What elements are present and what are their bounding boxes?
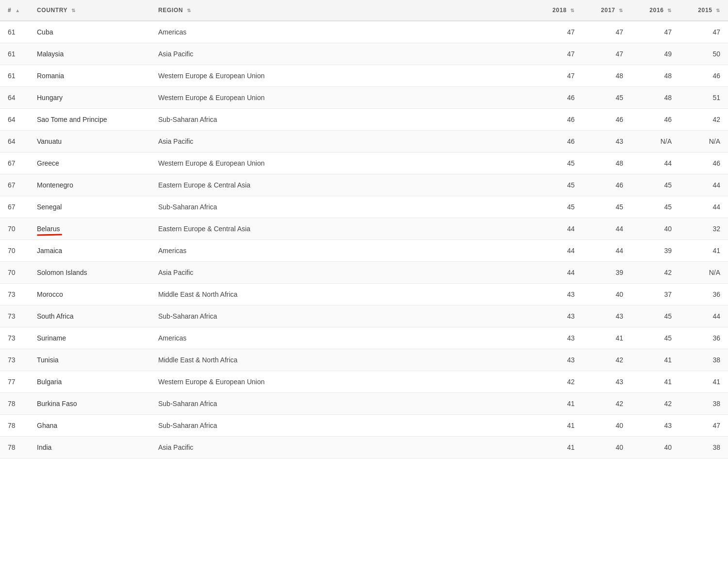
cell-y2015: 41 xyxy=(679,240,728,262)
col-header-2015[interactable]: 2015 ⇅ xyxy=(679,0,728,21)
cell-y2015: 50 xyxy=(679,43,728,65)
cell-y2016: 42 xyxy=(631,262,679,284)
cell-country: Romania xyxy=(29,65,150,87)
cell-y2015: 42 xyxy=(679,109,728,131)
col-header-region[interactable]: REGION ⇅ xyxy=(150,0,534,21)
cell-y2016: 45 xyxy=(631,306,679,327)
cell-y2018: 41 xyxy=(534,415,582,437)
sort-icon-2015: ⇅ xyxy=(716,8,720,13)
cell-y2016: 41 xyxy=(631,349,679,371)
cell-rank: 67 xyxy=(0,196,29,218)
cell-y2018: 46 xyxy=(534,109,582,131)
cell-region: Western Europe & European Union xyxy=(150,65,534,87)
cell-y2015: 32 xyxy=(679,218,728,240)
cell-country: Malaysia xyxy=(29,43,150,65)
cell-y2018: 44 xyxy=(534,262,582,284)
cell-y2017: 45 xyxy=(582,87,631,109)
cell-y2017: 45 xyxy=(582,196,631,218)
table-row: 78GhanaSub-Saharan Africa41404347 xyxy=(0,415,728,437)
cell-region: Asia Pacific xyxy=(150,43,534,65)
table-row: 61MalaysiaAsia Pacific47474950 xyxy=(0,43,728,65)
country-rankings-table: # ▲ COUNTRY ⇅ REGION ⇅ 2018 ⇅ 2017 ⇅ 201… xyxy=(0,0,728,459)
cell-rank: 61 xyxy=(0,65,29,87)
table-row: 61CubaAmericas47474747 xyxy=(0,21,728,43)
cell-rank: 73 xyxy=(0,327,29,349)
cell-country: Burkina Faso xyxy=(29,393,150,415)
cell-y2015: 44 xyxy=(679,306,728,327)
cell-rank: 61 xyxy=(0,43,29,65)
cell-rank: 64 xyxy=(0,131,29,153)
cell-y2018: 45 xyxy=(534,153,582,174)
cell-y2015: 47 xyxy=(679,21,728,43)
cell-y2018: 47 xyxy=(534,65,582,87)
cell-region: Western Europe & European Union xyxy=(150,87,534,109)
cell-country: Sao Tome and Principe xyxy=(29,109,150,131)
sort-icon-country: ⇅ xyxy=(71,8,76,13)
cell-y2015: 47 xyxy=(679,415,728,437)
cell-y2015: 38 xyxy=(679,393,728,415)
cell-y2015: 44 xyxy=(679,174,728,196)
cell-country: Solomon Islands xyxy=(29,262,150,284)
cell-y2016: 39 xyxy=(631,240,679,262)
cell-rank: 70 xyxy=(0,240,29,262)
cell-y2016: 47 xyxy=(631,21,679,43)
cell-y2015: 38 xyxy=(679,437,728,459)
table-row: 70JamaicaAmericas44443941 xyxy=(0,240,728,262)
cell-y2018: 41 xyxy=(534,393,582,415)
cell-country: Montenegro xyxy=(29,174,150,196)
cell-y2017: 39 xyxy=(582,262,631,284)
cell-region: Sub-Saharan Africa xyxy=(150,393,534,415)
cell-y2017: 44 xyxy=(582,240,631,262)
cell-rank: 78 xyxy=(0,415,29,437)
cell-country: Tunisia xyxy=(29,349,150,371)
cell-y2018: 44 xyxy=(534,218,582,240)
cell-y2016: 45 xyxy=(631,174,679,196)
cell-region: Asia Pacific xyxy=(150,437,534,459)
col-header-2018[interactable]: 2018 ⇅ xyxy=(534,0,582,21)
cell-y2016: 44 xyxy=(631,153,679,174)
cell-y2017: 40 xyxy=(582,415,631,437)
cell-region: Asia Pacific xyxy=(150,262,534,284)
col-header-2017[interactable]: 2017 ⇅ xyxy=(582,0,631,21)
table-row: 77BulgariaWestern Europe & European Unio… xyxy=(0,371,728,393)
cell-country: Cuba xyxy=(29,21,150,43)
cell-country: Senegal xyxy=(29,196,150,218)
cell-rank: 78 xyxy=(0,437,29,459)
table-row: 61RomaniaWestern Europe & European Union… xyxy=(0,65,728,87)
cell-y2015: N/A xyxy=(679,262,728,284)
sort-icon-region: ⇅ xyxy=(187,8,191,13)
sort-icon-2016: ⇅ xyxy=(667,8,672,13)
cell-y2016: 42 xyxy=(631,393,679,415)
cell-y2018: 45 xyxy=(534,174,582,196)
sort-icon-2017: ⇅ xyxy=(619,8,623,13)
cell-y2016: 48 xyxy=(631,87,679,109)
cell-y2018: 43 xyxy=(534,306,582,327)
col-header-2016[interactable]: 2016 ⇅ xyxy=(631,0,679,21)
cell-rank: 70 xyxy=(0,262,29,284)
cell-region: Middle East & North Africa xyxy=(150,284,534,306)
cell-rank: 67 xyxy=(0,174,29,196)
col-header-country[interactable]: COUNTRY ⇅ xyxy=(29,0,150,21)
cell-y2015: 46 xyxy=(679,65,728,87)
cell-y2017: 48 xyxy=(582,65,631,87)
table-row: 64VanuatuAsia Pacific4643N/AN/A xyxy=(0,131,728,153)
table-row: 64Sao Tome and PrincipeSub-Saharan Afric… xyxy=(0,109,728,131)
cell-y2017: 40 xyxy=(582,284,631,306)
cell-y2018: 43 xyxy=(534,327,582,349)
table-row: 73MoroccoMiddle East & North Africa43403… xyxy=(0,284,728,306)
cell-y2017: 46 xyxy=(582,174,631,196)
cell-y2017: 44 xyxy=(582,218,631,240)
cell-y2017: 47 xyxy=(582,21,631,43)
cell-y2017: 48 xyxy=(582,153,631,174)
table-row: 67MontenegroEastern Europe & Central Asi… xyxy=(0,174,728,196)
cell-region: Sub-Saharan Africa xyxy=(150,415,534,437)
cell-country: Belarus xyxy=(29,218,150,240)
cell-y2017: 43 xyxy=(582,371,631,393)
cell-y2018: 45 xyxy=(534,196,582,218)
cell-rank: 73 xyxy=(0,284,29,306)
table-row: 73SurinameAmericas43414536 xyxy=(0,327,728,349)
cell-region: Sub-Saharan Africa xyxy=(150,306,534,327)
table-row: 73TunisiaMiddle East & North Africa43424… xyxy=(0,349,728,371)
col-header-rank[interactable]: # ▲ xyxy=(0,0,29,21)
cell-y2015: N/A xyxy=(679,131,728,153)
